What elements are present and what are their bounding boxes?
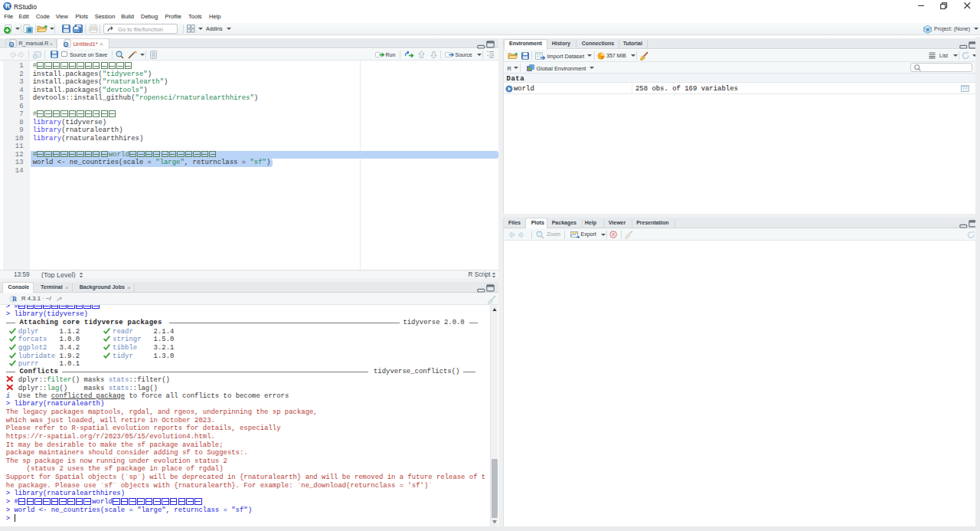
svg-text:R: R (64, 42, 67, 47)
svg-text:R: R (10, 42, 13, 47)
svg-text:R: R (926, 28, 929, 32)
svg-text:R: R (28, 27, 31, 32)
svg-text:R: R (12, 296, 17, 303)
svg-text:R: R (5, 2, 10, 10)
